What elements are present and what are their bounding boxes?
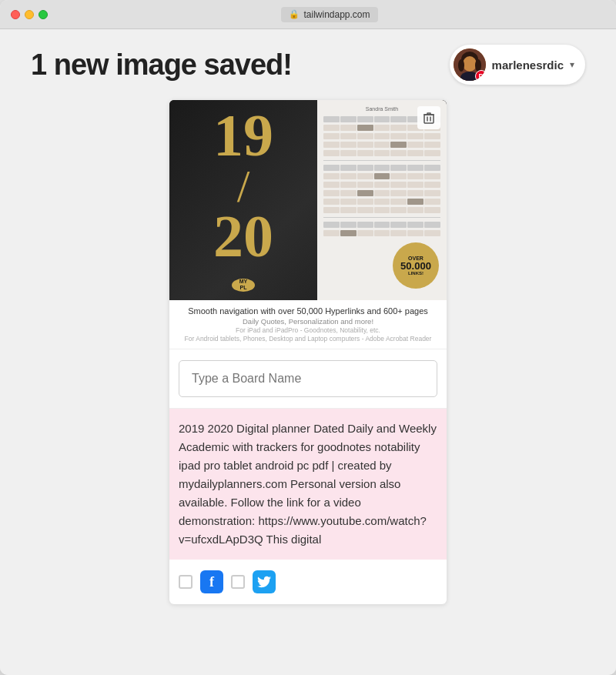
facebook-checkbox[interactable] [179,575,192,589]
planner-desc-compat1: For iPad and iPadPro - Goodnotes, Notabi… [179,326,437,334]
titlebar: 🔒 tailwindapp.com [0,0,616,29]
planner-description: Smooth navigation with over 50,000 Hyper… [169,300,447,349]
planner-desc-main: Smooth navigation with over 50,000 Hyper… [179,306,437,316]
svg-point-3 [458,59,464,72]
facebook-icon[interactable]: f [200,570,223,593]
planner-left: 19 / 20 MYPL [169,100,317,300]
over-badge: OVER 50.000 LINKS! [393,242,439,289]
page-title: 1 new image saved! [31,48,292,82]
image-container: 19 / 20 MYPL Sandra Smith [169,100,447,300]
planner-logo: MYPL [232,279,255,292]
avatar: P [454,48,486,81]
over-num: 50.000 [400,261,431,271]
url-bar[interactable]: 🔒 tailwindapp.com [281,7,377,22]
user-name: marlenesrdic [492,58,564,72]
page-content: 1 new image saved! [0,29,616,675]
facebook-f-letter: f [209,574,214,590]
description-text-area: 2019 2020 Digital planner Dated Daily an… [169,409,447,560]
delete-button[interactable] [417,106,440,129]
minimize-button[interactable] [25,10,34,19]
app-window: 🔒 tailwindapp.com 1 new image saved! [0,0,616,675]
image-card: 19 / 20 MYPL Sandra Smith [169,100,447,604]
url-text: tailwindapp.com [303,9,370,20]
maximize-button[interactable] [38,10,48,19]
page-header: 1 new image saved! [0,45,616,100]
planner-visual: 19 / 20 MYPL Sandra Smith [169,100,447,300]
description-text: 2019 2020 Digital planner Dated Daily an… [179,419,437,549]
close-button[interactable] [11,10,20,19]
url-bar-area: 🔒 tailwindapp.com [54,7,605,22]
svg-point-2 [463,56,477,72]
planner-year-top: 19 [213,109,273,162]
board-name-input[interactable] [179,360,437,397]
planner-desc-compat2: For Android tablets, Phones, Desktop and… [179,335,437,343]
twitter-bird-icon [257,576,271,588]
twitter-icon[interactable] [253,570,276,593]
lock-icon: 🔒 [289,9,300,19]
twitter-checkbox[interactable] [231,575,245,589]
planner-right: Sandra Smith [317,100,447,300]
board-input-area [169,349,447,409]
user-badge[interactable]: P marlenesrdic ▾ [450,45,585,85]
planner-year-bottom: 20 [213,209,273,263]
svg-rect-6 [424,115,434,123]
planner-desc-secondary: Daily Quotes, Personalization and more! [179,317,437,326]
chevron-down-icon: ▾ [570,59,574,70]
over-links: LINKS! [408,271,424,276]
traffic-lights [11,10,48,19]
pinterest-badge: P [475,70,486,81]
bottom-actions: f [169,560,447,604]
